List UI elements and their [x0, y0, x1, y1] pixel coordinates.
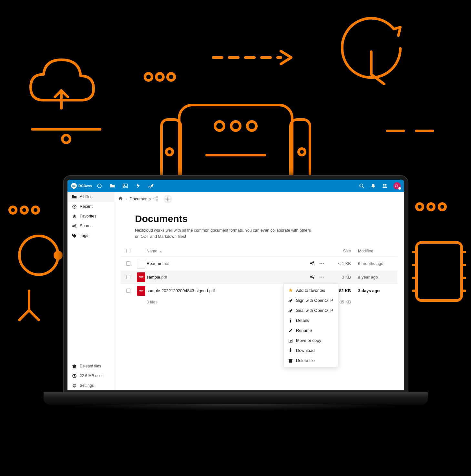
share-icon[interactable]	[310, 275, 315, 280]
notifications-icon[interactable]	[370, 183, 376, 189]
info-icon	[288, 318, 293, 323]
svg-text:RC: RC	[72, 185, 76, 187]
trash-icon	[72, 364, 77, 368]
sidebar-item-label: Recent	[80, 204, 93, 209]
sidebar-bottom-settings[interactable]: Settings	[67, 381, 114, 390]
topbar: RC RCDevs CL	[67, 180, 404, 192]
ctx-sign-with-openotp[interactable]: Sign with OpenOTP	[284, 295, 338, 305]
home-icon[interactable]	[118, 196, 123, 202]
brand-text: RCDevs	[78, 184, 92, 188]
content-area: Documents Nextcloud works well with all …	[114, 206, 404, 390]
file-row[interactable]: Readme.md•••< 1 KB6 months ago	[121, 257, 397, 270]
col-size[interactable]: Size	[343, 249, 351, 253]
file-row[interactable]: PDFsample-20221202094843-signed.pdf82 KB…	[121, 284, 397, 298]
svg-rect-76	[290, 320, 291, 323]
gear-icon	[72, 383, 77, 388]
file-ext: .pdf	[160, 275, 167, 280]
sidebar-item-label: Shares	[80, 224, 93, 228]
brand-logo[interactable]: RC RCDevs	[71, 183, 92, 189]
ctx-label: Add to favorites	[296, 288, 325, 293]
ctx-add-to-favorites[interactable]: Add to favorites	[284, 285, 338, 295]
new-button[interactable]	[164, 195, 172, 203]
ctx-label: Seal with OpenOTP	[296, 308, 333, 313]
sidebar-bottom-22-6-mb-used[interactable]: 22.6 MB used	[67, 371, 114, 381]
svg-point-13	[247, 122, 256, 131]
pen-icon	[288, 298, 293, 303]
download-icon	[288, 348, 293, 353]
row-checkbox[interactable]	[126, 275, 130, 279]
ctx-details[interactable]: Details	[284, 315, 338, 325]
more-icon[interactable]: •••	[319, 275, 324, 280]
ctx-download[interactable]: Download	[284, 345, 338, 355]
ctx-rename[interactable]: Rename	[284, 325, 338, 335]
svg-point-14	[166, 149, 173, 155]
ctx-seal-with-openotp[interactable]: Seal with OpenOTP	[284, 305, 338, 315]
svg-point-41	[97, 184, 101, 188]
col-name[interactable]: Name	[147, 249, 157, 253]
md-file-icon	[137, 259, 145, 269]
col-modified[interactable]: Modified	[358, 249, 373, 253]
user-avatar[interactable]: CL	[394, 182, 401, 189]
svg-line-73	[312, 276, 313, 277]
sidebar-item-tags[interactable]: Tags	[67, 231, 114, 240]
pdf-file-icon: PDF	[137, 272, 145, 282]
sidebar-item-recent[interactable]: Recent	[67, 202, 114, 211]
svg-point-20	[21, 207, 27, 213]
sidebar-item-shares[interactable]: Shares	[67, 221, 114, 231]
sidebar-item-label: Tags	[80, 233, 88, 238]
share-icon[interactable]	[310, 261, 315, 266]
svg-line-53	[74, 225, 75, 226]
svg-line-62	[155, 199, 156, 199]
svg-point-57	[74, 385, 75, 386]
folder-icon	[72, 195, 77, 199]
trash-icon	[288, 358, 293, 363]
file-table: Name ▲ Size Modified Readme.md•••< 1 KB6…	[121, 246, 397, 306]
file-modified: 3 days ago	[358, 288, 380, 293]
svg-point-15	[299, 149, 305, 155]
svg-point-47	[383, 184, 385, 186]
files-icon[interactable]	[109, 183, 115, 189]
sidebar-item-label: 22.6 MB used	[80, 374, 104, 378]
star-icon	[288, 288, 293, 293]
svg-point-12	[231, 122, 240, 131]
svg-point-21	[32, 207, 39, 213]
ctx-label: Move or copy	[296, 338, 321, 343]
table-header: Name ▲ Size Modified	[121, 246, 397, 257]
select-all-checkbox[interactable]	[126, 249, 130, 253]
sidebar-item-all-files[interactable]: All files	[67, 192, 114, 202]
svg-line-68	[312, 262, 313, 263]
svg-point-2	[145, 73, 152, 80]
svg-point-46	[373, 187, 374, 188]
page-subtitle: Nextcloud works well with all the common…	[135, 227, 316, 240]
activity-icon[interactable]	[135, 183, 141, 189]
pencil-icon	[288, 328, 293, 333]
file-name: Readme	[147, 261, 162, 266]
svg-line-7	[371, 74, 384, 84]
pen-icon	[288, 308, 293, 313]
ctx-move-or-copy[interactable]: Move or copy	[284, 335, 338, 345]
photos-icon[interactable]	[122, 183, 128, 189]
dashboard-icon[interactable]	[97, 183, 102, 189]
sidebar-item-label: Settings	[80, 383, 94, 388]
file-ext: .md	[162, 261, 169, 266]
sidebar-item-label: Favorites	[80, 214, 96, 218]
ctx-delete-file[interactable]: Delete file	[284, 355, 338, 365]
file-row[interactable]: PDFsample.pdf•••3 KBa year ago	[121, 270, 397, 284]
share-icon[interactable]	[153, 196, 158, 202]
more-icon[interactable]: •••	[319, 261, 324, 266]
sidebar-bottom-deleted-files[interactable]: Deleted files	[67, 361, 114, 371]
sidebar-item-favorites[interactable]: Favorites	[67, 211, 114, 221]
svg-point-55	[73, 234, 73, 235]
svg-line-69	[312, 263, 313, 264]
file-size: 82 KB	[339, 288, 351, 293]
summary-size: 85 KB	[340, 300, 351, 304]
row-checkbox[interactable]	[126, 261, 130, 266]
row-checkbox[interactable]	[126, 289, 130, 293]
contacts-icon[interactable]	[382, 183, 388, 189]
sign-icon[interactable]	[148, 183, 154, 189]
file-name: sample	[147, 275, 160, 280]
svg-point-44	[360, 184, 363, 187]
file-size: 3 KB	[342, 275, 351, 280]
breadcrumb-current[interactable]: Documents	[129, 196, 151, 201]
search-icon[interactable]	[359, 183, 364, 189]
